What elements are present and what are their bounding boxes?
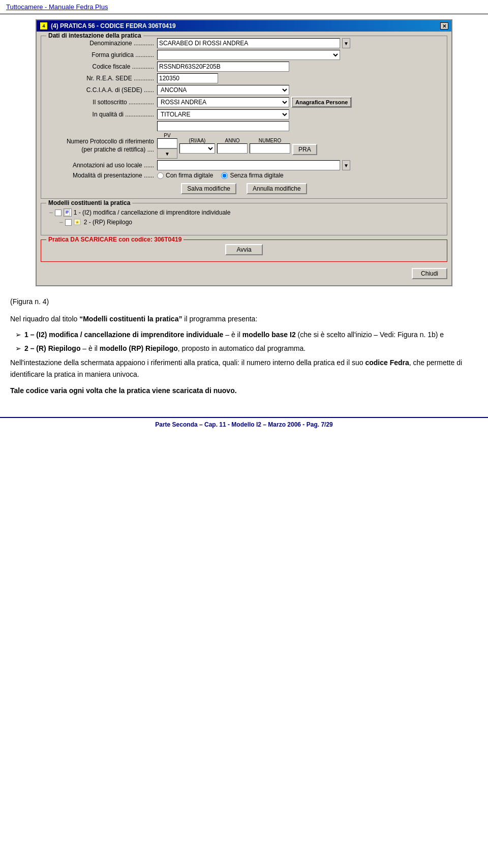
form-buttons-row: Salva modifiche Annulla modifiche <box>45 183 443 194</box>
in-qualita-select[interactable]: TITOLARE <box>157 109 289 119</box>
page-header: Tuttocamere - Manuale Fedra Plus <box>0 0 488 14</box>
modalita-row: Modalità di presentazione ...... Con fir… <box>45 172 443 179</box>
numero-label: NUMERO <box>259 138 281 143</box>
arrow-1-bold2: modello base I2 <box>242 331 296 339</box>
arrow-text-2: 2 – (R) Riepilogo – è il modello (RP) Ri… <box>24 343 306 354</box>
empty-input[interactable] <box>157 121 289 131</box>
bottom-buttons: Chiudi <box>41 266 447 281</box>
arrow-item-2: ➢ 2 – (R) Riepilogo – è il modello (RP) … <box>10 343 478 354</box>
forma-giuridica-row: Forma giuridica ........... <box>45 50 443 60</box>
pv-dropdown[interactable]: ▼ <box>157 148 177 159</box>
modalita-controls: Con firma digitale Senza firma digitale <box>157 172 284 179</box>
cciaa-select[interactable]: ANCONA <box>157 85 289 95</box>
section-intestazione-title: Dati di intestazione della pratica <box>46 32 143 39</box>
dialog-body: Dati di intestazione della pratica Denom… <box>37 32 451 285</box>
main-content: 4 (4) PRATICA 56 - CODICE FEDRA 306T0419… <box>0 14 488 291</box>
nr-rea-label: Nr. R.E.A. SEDE ............ <box>45 75 157 82</box>
svg-rect-0 <box>65 209 70 216</box>
footer-text: Parte Seconda – Cap. 11 - Modello I2 – M… <box>155 421 332 428</box>
body-paragraph-1: Nel riquadro dal titolo “Modelli costitu… <box>10 313 478 324</box>
nr-rea-controls <box>157 73 218 83</box>
close-button[interactable]: ✕ <box>440 22 448 29</box>
modelli-tree: ─ 1 - (I2) modifica / cancellazione di i… <box>45 205 443 231</box>
proto-riaa-select[interactable] <box>179 143 215 154</box>
codice-fiscale-controls <box>157 62 289 72</box>
proto-pv-col: PV ▼ <box>157 133 177 159</box>
annotazioni-input[interactable] <box>157 160 340 170</box>
radio-firma-digitale[interactable] <box>157 172 164 179</box>
section-intestazione: Dati di intestazione della pratica Denom… <box>41 36 447 199</box>
title-icon: 4 <box>40 22 48 30</box>
codice-fiscale-row: Codice fiscale ............. <box>45 62 443 72</box>
pra-button[interactable]: PRA <box>292 144 317 155</box>
il-sottoscritto-select[interactable]: ROSSI ANDREA <box>157 97 289 107</box>
proto-anno-col: ANNO <box>217 138 248 154</box>
denominazione-controls: ▼ <box>157 38 350 48</box>
pv-label: PV <box>164 133 170 138</box>
titlebar-left: 4 (4) PRATICA 56 - CODICE FEDRA 306T0419 <box>40 22 176 30</box>
proto-pv-input[interactable] <box>157 138 177 148</box>
empty-controls <box>157 121 289 131</box>
radio-firma-digitale-text: Con firma digitale <box>166 172 213 179</box>
arrow-2: ➢ <box>15 343 21 354</box>
radio-senza-firma-text: Senza firma digitale <box>230 172 283 179</box>
body-paragraph-3-text: Tale codice varia ogni volta che la prat… <box>10 386 237 395</box>
radio-senza-firma-label[interactable]: Senza firma digitale <box>221 172 283 179</box>
radio-firma-digitale-label[interactable]: Con firma digitale <box>157 172 213 179</box>
annotazioni-row: Annotazioni ad uso locale ...... ▼ <box>45 160 443 170</box>
forma-giuridica-controls <box>157 50 340 60</box>
section-modelli: Modelli costituenti la pratica ─ <box>41 203 447 235</box>
annotazioni-label: Annotazioni ad uso locale ...... <box>45 162 157 169</box>
anno-label: ANNO <box>225 138 240 143</box>
proto-numero-col: NUMERO <box>250 138 290 154</box>
codice-fedra-text: codice Fedra <box>365 358 409 367</box>
dialog-titlebar: 4 (4) PRATICA 56 - CODICE FEDRA 306T0419… <box>37 20 451 32</box>
page-footer: Parte Seconda – Cap. 11 - Modello I2 – M… <box>0 417 488 431</box>
forma-giuridica-select[interactable] <box>157 50 340 60</box>
denominazione-input[interactable] <box>157 38 340 48</box>
anagrafica-button[interactable]: Anagrafica Persone <box>291 97 352 108</box>
in-qualita-row: In qualità di ................. TITOLARE <box>45 109 443 119</box>
body-paragraph-2-text: Nell'intestazione della schermata appaio… <box>10 358 462 378</box>
avvia-button[interactable]: Avvia <box>225 244 262 255</box>
il-sottoscritto-controls: ROSSI ANDREA Anagrafica Persone <box>157 97 352 108</box>
section-modelli-title: Modelli costituenti la pratica <box>46 199 132 206</box>
codice-fiscale-input[interactable] <box>157 62 289 72</box>
annulla-button[interactable]: Annulla modifiche <box>247 183 307 194</box>
tree-item-1-label: 1 - (I2) modifica / cancellazione di imp… <box>74 209 231 216</box>
denominazione-scroll[interactable]: ▼ <box>342 38 350 48</box>
arrow-1: ➢ <box>15 330 21 340</box>
proto-riaa-col: (RI/AA) <box>179 138 215 154</box>
codice-fiscale-label: Codice fiscale ............. <box>45 63 157 70</box>
arrow-item-1: ➢ 1 – (I2) modifica / cancellazione di i… <box>10 330 478 340</box>
modalita-radio-group: Con firma digitale Senza firma digitale <box>157 172 284 179</box>
tree-checkbox-2[interactable] <box>65 219 72 226</box>
tree-icon-1 <box>64 208 72 217</box>
radio-senza-firma[interactable] <box>221 172 228 179</box>
il-sottoscritto-row: Il sottoscritto ............... ROSSI AN… <box>45 97 443 108</box>
numero-proto-controls: PV ▼ (RI/AA) ANNO <box>157 133 317 159</box>
tree-item-2: ─ ★ 2 - (RP) Riepilogo <box>49 218 439 226</box>
body-paragraph-1-text: Nel riquadro dal titolo “Modelli costitu… <box>10 315 257 323</box>
empty-row <box>45 121 443 131</box>
arrow-2-bold2: modello (RP) Riepilogo <box>100 344 178 352</box>
figure-label: (Figura n. 4) <box>10 296 478 307</box>
proto-anno-input[interactable] <box>217 143 248 154</box>
cciaa-row: C.C.I.A.A. di (SEDE) ...... ANCONA <box>45 85 443 95</box>
chiudi-button[interactable]: Chiudi <box>412 268 447 279</box>
arrow-2-bold1: 2 – (R) Riepilogo <box>24 344 80 352</box>
tree-checkbox-1[interactable] <box>55 209 62 216</box>
numero-proto-row: Numero Protocollo di riferimento(per pra… <box>45 133 443 159</box>
body-paragraph-2: Nell'intestazione della schermata appaio… <box>10 357 478 380</box>
dialog-title: (4) PRATICA 56 - CODICE FEDRA 306T0419 <box>51 22 176 29</box>
salva-button[interactable]: Salva modifiche <box>181 183 236 194</box>
annotazioni-scroll[interactable]: ▼ <box>342 160 350 170</box>
header-link[interactable]: Tuttocamere - Manuale Fedra Plus <box>6 3 108 11</box>
proto-numero-input[interactable] <box>250 143 290 154</box>
ri-aa-label: (RI/AA) <box>189 138 206 143</box>
tree-item-2-label: 2 - (RP) Riepilogo <box>84 219 132 226</box>
tree-connector-1: ─ <box>49 209 53 216</box>
annotazioni-controls: ▼ <box>157 160 350 170</box>
modalita-label: Modalità di presentazione ...... <box>45 172 157 179</box>
nr-rea-input[interactable] <box>157 73 218 83</box>
